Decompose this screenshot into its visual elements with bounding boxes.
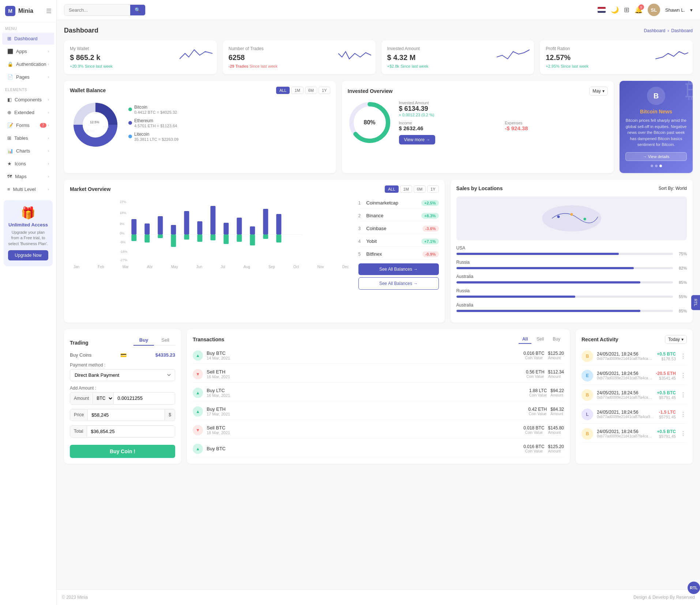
period-1y[interactable]: 1Y: [319, 87, 330, 94]
txn-coin-0: 0.016 BTC: [523, 351, 544, 356]
sidebar-label-dashboard: Dashboard: [14, 36, 38, 41]
chevron-right-icon: ›: [48, 98, 49, 102]
activity-dots-0[interactable]: ⋮: [680, 353, 687, 360]
svg-text:-18%: -18%: [120, 250, 127, 253]
activity-title: Recent Activity: [582, 337, 618, 342]
period-all[interactable]: ALL: [276, 87, 290, 94]
see-all-balances-button-2[interactable]: See All Balances →: [358, 277, 439, 290]
transactions-header: Transactions All Sell Buy: [193, 335, 564, 344]
rank-name-3: Coinbase: [366, 226, 419, 231]
sidebar-item-dashboard[interactable]: ⊞ Dashboard: [2, 33, 54, 45]
period-1m[interactable]: 1M: [291, 87, 303, 94]
rtl-button-side[interactable]: RTL: [691, 295, 700, 310]
txn-cv-4: Coin Value: [523, 431, 544, 435]
txn-item-5: ▲ Buy BTC 0.016 BTC Coin Value $125.20 A…: [193, 441, 564, 457]
location-bar-australia-1: [456, 281, 673, 283]
sidebar-item-maps[interactable]: 🗺 Maps ›: [2, 170, 54, 183]
txn-coin-5: 0.016 BTC: [523, 444, 544, 449]
grid-icon[interactable]: ⊞: [624, 6, 629, 14]
currency-select[interactable]: BTC ETH LTC: [93, 392, 114, 404]
activity-header: Recent Activity Today ▾: [582, 335, 687, 344]
amount-input[interactable]: [114, 392, 175, 404]
sidebar-label-tables: Tables: [14, 135, 28, 141]
market-period-6m[interactable]: 6M: [414, 185, 426, 193]
dot-1[interactable]: [651, 165, 653, 167]
txn-amount-5: $125.20: [548, 444, 564, 449]
sidebar-item-forms[interactable]: 📝 Forms 7 ›: [2, 119, 54, 131]
chevron-right-icon: ›: [48, 49, 49, 53]
pages-icon: 📄: [7, 74, 13, 80]
market-period-all[interactable]: ALL: [385, 185, 399, 193]
apps-icon: ⬛: [7, 49, 13, 54]
sidebar-item-pages[interactable]: 📄 Pages ›: [2, 71, 54, 83]
activity-dots-1[interactable]: ⋮: [680, 372, 687, 379]
wallet-change-pct: +20.9%: [70, 64, 84, 68]
txn-amt-label-4: Amount: [548, 431, 564, 435]
user-chevron-icon[interactable]: ▾: [690, 7, 693, 13]
wallet-balance-card: Wallet Balance ALL 1M 6M 1Y: [64, 81, 336, 173]
txn-item-2: ▲ Buy LTC 16 Mar, 2021 1.88 LTC Coin Val…: [193, 385, 564, 401]
sort-value[interactable]: World: [675, 186, 687, 191]
txn-coin-4: 0.018 BTC: [523, 425, 544, 431]
txn-tab-sell[interactable]: Sell: [533, 335, 547, 344]
sidebar-item-multilevel[interactable]: ≡ Multi Level ›: [2, 183, 54, 195]
upgrade-button[interactable]: Upgrade Now: [8, 250, 48, 260]
rtl-button-bottom[interactable]: RTL: [688, 582, 700, 594]
location-fill-australia-2: [456, 310, 641, 312]
income-label: Income: [399, 121, 502, 125]
svg-rect-21: [171, 225, 176, 234]
market-period-buttons: ALL 1M 6M 1Y: [385, 185, 439, 193]
month-dropdown[interactable]: May ▾: [589, 87, 608, 95]
sidebar-item-extended[interactable]: ⊕ Extended ›: [2, 106, 54, 119]
see-all-balances-button-1[interactable]: See All Balances →: [358, 263, 439, 275]
x-mar: Mar: [123, 265, 129, 269]
svg-rect-15: [131, 219, 136, 234]
price-input[interactable]: [88, 409, 165, 421]
sidebar-item-charts[interactable]: 📊 Charts ›: [2, 145, 54, 157]
invested-stats: Invested Amount $ 6134.39 + 0.0012.23 (0…: [399, 101, 608, 144]
sidebar-item-components[interactable]: ◧ Components ›: [2, 94, 54, 106]
sidebar-item-apps[interactable]: ⬛ Apps ›: [2, 45, 54, 57]
activity-dots-3[interactable]: ⋮: [680, 411, 687, 418]
activity-amount-0: +0.5 BTC $178.53: [657, 352, 676, 361]
txn-coin-area-2: 1.88 LTC Coin Value: [529, 388, 547, 397]
sidebar-item-authentication[interactable]: 🔒 Authentication ›: [2, 58, 54, 70]
search-button[interactable]: 🔍: [130, 5, 145, 15]
txn-tab-buy[interactable]: Buy: [549, 335, 564, 344]
bitcoin-dot: [128, 108, 132, 111]
dot-3[interactable]: [659, 165, 662, 167]
sidebar-item-tables[interactable]: ⊞ Tables ›: [2, 132, 54, 144]
market-period-1y[interactable]: 1Y: [427, 185, 439, 193]
txn-amount-area-0: $125.20 Amount: [548, 351, 564, 360]
location-fill-usa: [456, 253, 619, 255]
txn-tab-all[interactable]: All: [519, 335, 531, 344]
rank-item-1: 1 Coinmarketcap +2.5%: [358, 198, 439, 208]
activity-dots-4[interactable]: ⋮: [680, 430, 687, 437]
x-may: May: [171, 265, 178, 269]
market-period-1m[interactable]: 1M: [400, 185, 412, 193]
svg-rect-35: [263, 209, 268, 234]
payment-method-select[interactable]: Direct Bank Payment: [70, 369, 175, 381]
activity-filter[interactable]: Today ▾: [665, 335, 687, 344]
buy-coin-button[interactable]: Buy Coin !: [70, 445, 175, 458]
header: 🔍 🌙 ⊞ 🔔 5 SL Shawn L. ▾: [57, 0, 700, 20]
total-input[interactable]: [87, 426, 175, 437]
x-jun: Jun: [196, 265, 202, 269]
view-details-button[interactable]: → View details: [625, 152, 687, 161]
sidebar-item-icons[interactable]: ★ Icons ›: [2, 158, 54, 170]
period-6m[interactable]: 6M: [305, 87, 317, 94]
dot-2[interactable]: [655, 165, 658, 167]
activity-list: B 24/05/2021, 18:24:56 0xb77ad0099e21d41…: [582, 347, 687, 443]
activity-dots-2[interactable]: ⋮: [680, 391, 687, 398]
moon-icon[interactable]: 🌙: [611, 6, 619, 14]
notification-icon[interactable]: 🔔 5: [635, 6, 643, 14]
tab-sell[interactable]: Sell: [155, 335, 175, 346]
search-input[interactable]: [64, 5, 130, 15]
sidebar-toggle-icon[interactable]: ☰: [46, 8, 51, 15]
svg-point-41: [583, 218, 586, 220]
tab-buy[interactable]: Buy: [133, 335, 154, 346]
rank-name-1: Coinmarketcap: [366, 200, 419, 206]
trades-change: -29 Trades Since last week: [229, 64, 370, 68]
transactions-card: Transactions All Sell Buy ▲ Buy BTC 14 M…: [187, 329, 570, 464]
view-more-button[interactable]: View more →: [399, 135, 436, 144]
